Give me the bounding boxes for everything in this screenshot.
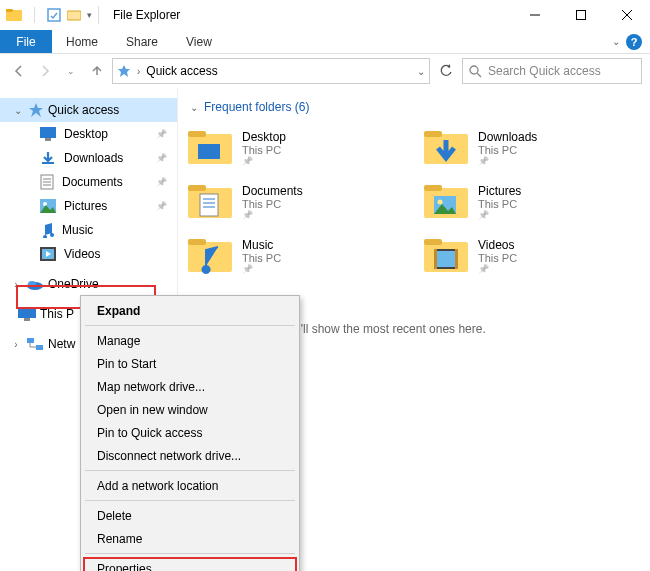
- folder-icon: [424, 128, 468, 168]
- folder-music[interactable]: Music This PC 📌: [188, 232, 404, 280]
- ctx-delete[interactable]: Delete: [83, 504, 297, 527]
- ctx-expand[interactable]: Expand: [83, 299, 297, 322]
- ctx-add-network-location[interactable]: Add a network location: [83, 474, 297, 497]
- address-bar[interactable]: › Quick access ⌄: [112, 58, 430, 84]
- sidebar-quick-access[interactable]: Quick access: [0, 98, 177, 122]
- refresh-button[interactable]: [434, 64, 458, 78]
- help-icon[interactable]: ?: [626, 34, 642, 50]
- ctx-pin-to-start[interactable]: Pin to Start: [83, 352, 297, 375]
- svg-point-9: [470, 66, 478, 74]
- folder-videos[interactable]: Videos This PC 📌: [424, 232, 640, 280]
- pin-icon: 📌: [478, 264, 517, 274]
- pin-icon: 📌: [242, 156, 286, 166]
- new-folder-qat-icon[interactable]: [67, 8, 81, 22]
- recent-locations-icon[interactable]: ⌄: [60, 60, 82, 82]
- qat-dropdown-icon[interactable]: ▾: [87, 10, 92, 20]
- svg-rect-31: [198, 144, 220, 159]
- frequent-folders-header[interactable]: Frequent folders (6): [188, 100, 640, 114]
- maximize-button[interactable]: [558, 0, 604, 30]
- expand-ribbon-icon[interactable]: ⌄: [612, 36, 620, 47]
- ctx-separator: [85, 470, 295, 471]
- downloads-icon: [40, 150, 56, 166]
- address-dropdown-icon[interactable]: ⌄: [417, 66, 425, 77]
- folder-name: Videos: [478, 238, 517, 252]
- folder-documents[interactable]: Documents This PC 📌: [188, 178, 404, 226]
- folder-pictures[interactable]: Pictures This PC 📌: [424, 178, 640, 226]
- home-tab[interactable]: Home: [52, 30, 112, 53]
- sidebar-item-label: Music: [62, 223, 93, 237]
- ctx-disconnect-drive[interactable]: Disconnect network drive...: [83, 444, 297, 467]
- svg-rect-33: [424, 131, 442, 137]
- ctx-map-drive[interactable]: Map network drive...: [83, 375, 297, 398]
- svg-rect-13: [45, 138, 51, 141]
- close-button[interactable]: [604, 0, 650, 30]
- folder-sub: This PC: [242, 252, 281, 264]
- svg-rect-25: [18, 307, 36, 318]
- chevron-down-icon[interactable]: [188, 102, 200, 113]
- folder-icon: [188, 236, 232, 276]
- folder-sub: This PC: [478, 198, 521, 210]
- ctx-rename[interactable]: Rename: [83, 527, 297, 550]
- back-button[interactable]: [8, 60, 30, 82]
- sidebar-item-label: Netw: [48, 337, 75, 351]
- folder-desktop[interactable]: Desktop This PC 📌: [188, 124, 404, 172]
- svg-point-43: [438, 200, 443, 205]
- ctx-separator: [85, 500, 295, 501]
- svg-rect-49: [436, 251, 456, 267]
- svg-rect-14: [42, 162, 54, 164]
- sidebar-downloads[interactable]: Downloads: [0, 146, 177, 170]
- ctx-properties[interactable]: Properties: [83, 557, 297, 571]
- ctx-manage[interactable]: Manage: [83, 329, 297, 352]
- svg-rect-51: [455, 249, 458, 269]
- svg-rect-36: [200, 194, 218, 216]
- share-tab[interactable]: Share: [112, 30, 172, 53]
- sidebar-videos[interactable]: Videos: [0, 242, 177, 266]
- sidebar-music[interactable]: Music: [0, 218, 177, 242]
- up-button[interactable]: [86, 60, 108, 82]
- ctx-open-new-window[interactable]: Open in new window: [83, 398, 297, 421]
- sidebar-onedrive[interactable]: OneDrive: [0, 272, 177, 296]
- sidebar-pictures[interactable]: Pictures: [0, 194, 177, 218]
- svg-rect-1: [6, 9, 13, 12]
- ctx-separator: [85, 553, 295, 554]
- chevron-down-icon[interactable]: [12, 105, 24, 116]
- chevron-right-icon[interactable]: [10, 339, 22, 350]
- this-pc-icon: [18, 307, 36, 321]
- folder-downloads[interactable]: Downloads This PC 📌: [424, 124, 640, 172]
- svg-rect-28: [36, 345, 43, 350]
- view-tab[interactable]: View: [172, 30, 226, 53]
- documents-icon: [40, 174, 54, 190]
- desktop-icon: [40, 127, 56, 141]
- forward-button[interactable]: [34, 60, 56, 82]
- sidebar-item-label: This P: [40, 307, 74, 321]
- address-text: Quick access: [146, 64, 217, 78]
- folder-icon: [188, 128, 232, 168]
- chevron-right-icon[interactable]: [10, 279, 22, 290]
- onedrive-icon: [26, 278, 44, 290]
- minimize-button[interactable]: [512, 0, 558, 30]
- search-box[interactable]: Search Quick access: [462, 58, 642, 84]
- folder-name: Documents: [242, 184, 303, 198]
- pin-icon: 📌: [242, 264, 281, 274]
- file-tab[interactable]: File: [0, 30, 52, 53]
- window-divider: [98, 6, 99, 24]
- properties-qat-icon[interactable]: [47, 8, 61, 22]
- svg-line-10: [477, 73, 481, 77]
- search-icon: [469, 65, 482, 78]
- address-chevron-icon[interactable]: ›: [137, 66, 140, 77]
- ctx-pin-quick-access[interactable]: Pin to Quick access: [83, 421, 297, 444]
- svg-marker-8: [118, 65, 130, 77]
- svg-rect-30: [188, 131, 206, 137]
- window-title: File Explorer: [113, 8, 180, 22]
- navigation-bar: ⌄ › Quick access ⌄ Search Quick access: [0, 54, 650, 88]
- folder-sub: This PC: [242, 144, 286, 156]
- svg-rect-50: [434, 249, 437, 269]
- sidebar-documents[interactable]: Documents: [0, 170, 177, 194]
- sidebar-desktop[interactable]: Desktop: [0, 122, 177, 146]
- folder-icon: [424, 182, 468, 222]
- svg-rect-47: [424, 239, 442, 245]
- svg-point-24: [28, 281, 36, 287]
- folder-sub: This PC: [478, 252, 517, 264]
- svg-rect-12: [40, 127, 56, 138]
- folder-icon: [188, 182, 232, 222]
